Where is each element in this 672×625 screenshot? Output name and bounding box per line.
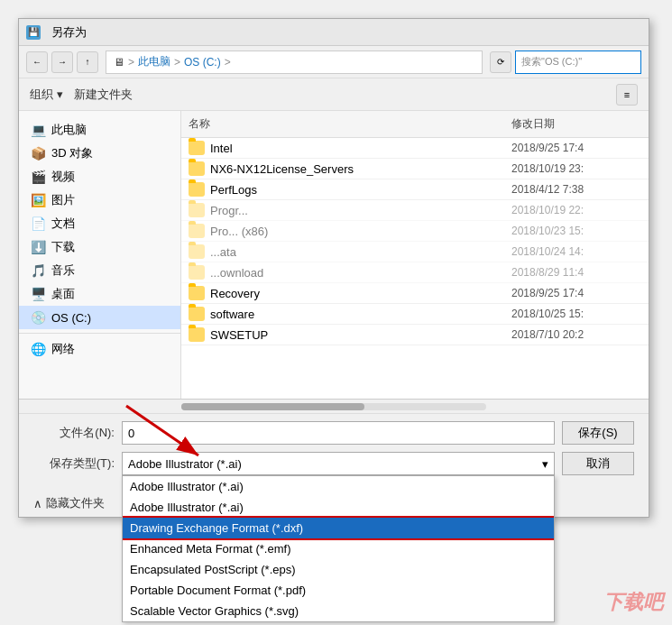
file-name: ...ownload (210, 266, 263, 280)
file-name-cell: PerfLogs (181, 182, 504, 197)
dialog-titlebar: 💾 另存为 (19, 19, 649, 46)
sidebar-item-downloads[interactable]: ⬇️ 下载 (19, 235, 180, 259)
path-segments: 🖥 > 此电脑 > OS (C:) > (114, 54, 233, 69)
sidebar-item-video[interactable]: 🎬 视频 (19, 165, 180, 188)
sidebar-item-label: 下载 (51, 239, 75, 255)
dropdown-option-selected[interactable]: Drawing Exchange Format (*.dxf) (123, 518, 554, 538)
file-name: SWSETUP (210, 328, 268, 342)
video-icon: 🎬 (30, 169, 46, 185)
file-date: 2018/8/29 11:4 (504, 266, 649, 279)
selected-type-label: Adobe Illustrator (*.ai) (128, 457, 242, 471)
hide-folders-toggle[interactable]: ∧ 隐藏文件夹 (33, 495, 105, 511)
table-row[interactable]: PerfLogs 2018/4/12 7:38 (181, 179, 649, 200)
table-row[interactable]: ...ownload 2018/8/29 11:4 (181, 262, 649, 283)
sidebar-item-label: 音乐 (51, 262, 75, 279)
sidebar-item-label: 3D 对象 (51, 145, 93, 161)
dropdown-option[interactable]: Adobe Illustrator (*.ai) (123, 476, 554, 497)
table-row[interactable]: Intel 2018/9/25 17:4 (181, 138, 649, 159)
sidebar-item-this-pc[interactable]: 💻 此电脑 (19, 118, 180, 142)
file-name: Progr... (210, 204, 248, 217)
dropdown-option[interactable]: Encapsulated PostScript (*.eps) (123, 559, 554, 580)
file-name-cell: ...ata (181, 244, 504, 259)
sidebar-item-music[interactable]: 🎵 音乐 (19, 259, 180, 282)
sidebar-item-desktop[interactable]: 🖥️ 桌面 (19, 282, 180, 306)
filename-row: 文件名(N): 保存(S) (33, 421, 634, 445)
folder-icon (189, 286, 205, 300)
forward-button[interactable]: → (51, 51, 73, 73)
table-row[interactable]: SWSETUP 2018/7/10 20:2 (181, 325, 649, 345)
sidebar: 💻 此电脑 📦 3D 对象 🎬 视频 🖼️ 图片 📄 文档 (19, 111, 181, 399)
documents-icon: 📄 (30, 216, 46, 232)
file-date: 2018/10/19 23: (504, 162, 649, 175)
file-name: Recovery (210, 287, 260, 300)
file-date: 2018/10/25 15: (504, 308, 649, 320)
navigation-bar: ← → ↑ 🖥 > 此电脑 > OS (C:) > ⟳ 搜索"OS (C:)" (19, 46, 649, 78)
sidebar-item-label: 此电脑 (51, 122, 87, 138)
save-button[interactable]: 保存(S) (562, 421, 634, 445)
dropdown-option[interactable]: Scalable Vector Graphics (*.svg) (123, 601, 554, 621)
file-name-cell: ...ownload (181, 265, 504, 280)
folder-icon (189, 161, 205, 176)
network-icon: 🌐 (30, 341, 46, 357)
path-computer-icon: 🖥 (114, 56, 124, 69)
column-date: 修改日期 (504, 115, 649, 133)
file-name-cell: Recovery (181, 286, 504, 300)
filetype-select[interactable]: Adobe Illustrator (*.ai) ▾ (122, 452, 555, 475)
sidebar-item-os-c[interactable]: 💿 OS (C:) (19, 306, 180, 329)
address-bar[interactable]: 🖥 > 此电脑 > OS (C:) > (106, 51, 483, 74)
file-name-cell: SWSETUP (181, 327, 504, 342)
filename-input[interactable] (122, 421, 555, 445)
table-row[interactable]: Progr... 2018/10/19 22: (181, 200, 649, 221)
sidebar-item-label: 网络 (51, 341, 75, 357)
filetype-dropdown-list: Adobe Illustrator (*.ai) Adobe Illustrat… (122, 475, 555, 622)
cancel-button[interactable]: 取消 (562, 452, 634, 475)
sidebar-item-3d[interactable]: 📦 3D 对象 (19, 142, 180, 165)
table-row[interactable]: software 2018/10/25 15: (181, 304, 649, 325)
sidebar-item-network[interactable]: 🌐 网络 (19, 337, 180, 361)
organize-button[interactable]: 组织 ▾ (30, 87, 63, 103)
file-date: 2018/9/25 17:4 (504, 287, 649, 299)
back-button[interactable]: ← (26, 51, 48, 73)
dialog-title-text: 另存为 (51, 24, 87, 41)
dropdown-option[interactable]: Enhanced Meta Format (*.emf) (123, 538, 554, 559)
table-row[interactable]: Pro... (x86) 2018/10/23 15: (181, 221, 649, 242)
horizontal-scrollbar[interactable] (19, 400, 649, 414)
filetype-label: 保存类型(T): (33, 455, 115, 472)
file-date: 2018/4/12 7:38 (504, 183, 649, 196)
3d-icon: 📦 (30, 145, 46, 161)
folder-icon (189, 141, 205, 155)
folder-icon (189, 203, 205, 217)
sidebar-item-label: OS (C:) (51, 311, 91, 325)
file-date: 2018/10/24 14: (504, 245, 649, 258)
file-name-cell: NX6-NX12License_Servers (181, 161, 504, 176)
folder-icon (189, 244, 205, 259)
file-name-cell: software (181, 307, 504, 321)
folder-icon (189, 182, 205, 197)
up-button[interactable]: ↑ (77, 51, 98, 73)
refresh-button[interactable]: ⟳ (490, 51, 511, 73)
new-folder-button[interactable]: 新建文件夹 (74, 87, 133, 103)
dropdown-option[interactable]: Adobe Illustrator (*.ai) (123, 497, 554, 518)
sidebar-item-documents[interactable]: 📄 文档 (19, 212, 180, 235)
desktop-icon: 🖥️ (30, 286, 46, 302)
downloads-icon: ⬇️ (30, 239, 46, 255)
table-row[interactable]: Recovery 2018/9/25 17:4 (181, 283, 649, 304)
folder-icon (189, 307, 205, 321)
dropdown-option[interactable]: Portable Document Format (*.pdf) (123, 580, 554, 601)
table-row[interactable]: NX6-NX12License_Servers 2018/10/19 23: (181, 159, 649, 179)
table-row[interactable]: ...ata 2018/10/24 14: (181, 242, 649, 262)
file-name: Intel (210, 142, 233, 155)
watermark: 下载吧 (603, 589, 663, 616)
path-os-c[interactable]: OS (C:) (184, 56, 221, 69)
file-name: ...ata (210, 245, 236, 259)
dropdown-arrow-icon: ▾ (542, 457, 548, 471)
sidebar-item-pictures[interactable]: 🖼️ 图片 (19, 188, 180, 212)
save-as-dialog: 💾 另存为 ← → ↑ 🖥 > 此电脑 > OS (C:) > ⟳ 搜索"OS … (18, 18, 649, 518)
search-box[interactable]: 搜索"OS (C:)" (515, 51, 641, 74)
main-content: 💻 此电脑 📦 3D 对象 🎬 视频 🖼️ 图片 📄 文档 (19, 111, 649, 400)
view-toggle-button[interactable]: ≡ (616, 84, 638, 106)
column-name[interactable]: 名称 (181, 115, 504, 133)
file-name: Pro... (x86) (210, 225, 268, 238)
path-this-pc[interactable]: 此电脑 (138, 54, 170, 69)
dialog-icon: 💾 (26, 25, 41, 40)
